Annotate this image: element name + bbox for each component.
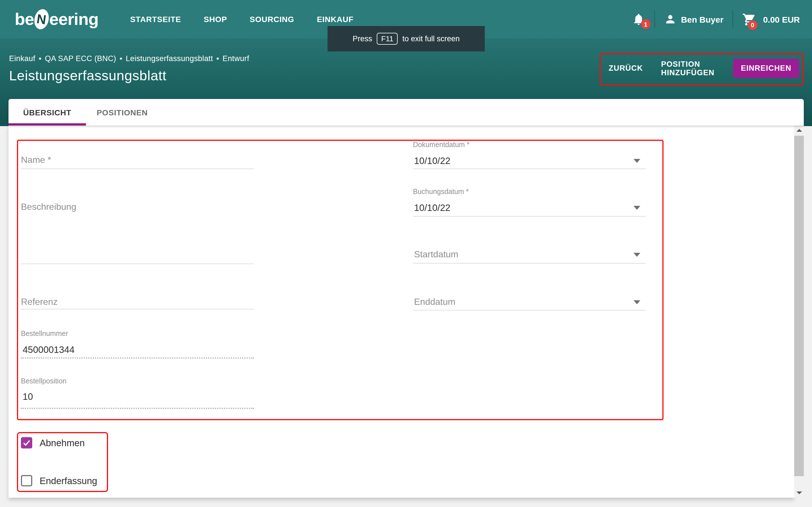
toast-text-prefix: Press xyxy=(353,35,372,43)
description-underline xyxy=(21,264,254,264)
breadcrumb-item[interactable]: QA SAP ECC (BNC) xyxy=(45,54,116,63)
screen: be N eering STARTSEITE SHOP SOURCING EIN… xyxy=(0,0,812,507)
checkbox-enderfassung[interactable]: Enderfassung xyxy=(21,475,97,486)
document-date-value[interactable]: 10/10/22 xyxy=(414,156,450,166)
active-tab-indicator xyxy=(8,123,86,125)
end-date-input[interactable]: Enddatum xyxy=(414,297,455,307)
scroll-up-button[interactable] xyxy=(794,125,804,135)
nav-startseite[interactable]: STARTSEITE xyxy=(119,15,192,24)
header-actions: ZURÜCK POSITION HINZUFÜGEN EINREICHEN xyxy=(600,53,801,83)
checkbox-unchecked-icon[interactable] xyxy=(21,475,32,486)
checkbox-checked-icon[interactable] xyxy=(21,437,32,448)
page-title: Leistungserfassungsblatt xyxy=(9,68,166,84)
order-number-label: Bestellnummer xyxy=(21,330,68,338)
nav-sourcing[interactable]: SOURCING xyxy=(238,15,306,24)
logo[interactable]: be N eering xyxy=(15,9,98,30)
logo-text-be: be xyxy=(15,10,34,29)
tab-positionen[interactable]: POSITIONEN xyxy=(86,99,158,125)
submit-button[interactable]: EINREICHEN xyxy=(733,59,799,78)
header-divider xyxy=(733,11,733,28)
header-right: 1 Ben Buyer 0 0.00 EUR xyxy=(632,11,800,28)
arrow-up-icon xyxy=(796,129,802,132)
breadcrumb-item: Entwurf xyxy=(223,54,249,63)
breadcrumb: Einkauf • QA SAP ECC (BNC) • Leistungser… xyxy=(9,54,249,63)
fullscreen-toast: Press F11 to exit full screen xyxy=(327,26,485,51)
posting-date-label: Buchungsdatum * xyxy=(413,188,469,196)
person-icon xyxy=(664,13,676,25)
end-date-dropdown-icon[interactable] xyxy=(634,300,640,304)
start-date-underline xyxy=(413,263,646,264)
annotation-box-form xyxy=(17,140,663,420)
add-position-button[interactable]: POSITION HINZUFÜGEN xyxy=(652,54,730,82)
checkbox-abnehmen[interactable]: Abnehmen xyxy=(21,437,85,448)
reference-underline xyxy=(21,309,254,309)
breadcrumb-separator: • xyxy=(120,54,122,63)
back-button[interactable]: ZURÜCK xyxy=(600,58,652,78)
start-date-dropdown-icon[interactable] xyxy=(634,253,640,257)
user-menu[interactable]: Ben Buyer xyxy=(664,13,723,25)
reference-input[interactable]: Referenz xyxy=(21,297,58,307)
order-item-value: 10 xyxy=(22,391,33,402)
order-number-value: 4500001344 xyxy=(22,344,75,355)
posting-date-value[interactable]: 10/10/22 xyxy=(414,203,450,213)
logo-text-eering: eering xyxy=(49,10,98,29)
name-underline xyxy=(21,169,254,169)
user-name: Ben Buyer xyxy=(681,14,723,24)
nav-shop[interactable]: SHOP xyxy=(192,15,238,24)
document-date-dropdown-icon[interactable] xyxy=(634,159,640,163)
document-date-underline xyxy=(413,169,646,169)
breadcrumb-item[interactable]: Einkauf xyxy=(9,54,35,63)
notification-badge: 1 xyxy=(641,19,650,29)
order-item-label: Bestellposition xyxy=(21,377,66,385)
header-divider xyxy=(654,11,655,28)
order-number-underline xyxy=(21,357,254,358)
notifications-button[interactable]: 1 xyxy=(632,12,645,26)
breadcrumb-separator: • xyxy=(39,54,42,63)
cart-total: 0.00 EUR xyxy=(763,14,800,24)
posting-date-underline xyxy=(413,216,646,217)
toast-text-suffix: to exit full screen xyxy=(402,35,460,43)
f11-key-badge: F11 xyxy=(377,33,398,45)
vertical-scrollbar[interactable] xyxy=(794,125,804,498)
arrow-down-icon xyxy=(796,492,802,494)
order-item-underline xyxy=(21,408,254,409)
cart-button[interactable]: 0 0.00 EUR xyxy=(742,12,800,26)
scrollbar-thumb[interactable] xyxy=(794,136,804,476)
scroll-down-button[interactable] xyxy=(794,488,804,498)
breadcrumb-separator: • xyxy=(216,54,219,63)
logo-n-ellipse: N xyxy=(33,8,51,31)
nav-einkauf[interactable]: EINKAUF xyxy=(306,15,365,24)
cart-badge: 0 xyxy=(748,20,757,30)
end-date-underline xyxy=(413,310,646,311)
document-date-label: Dokumentdatum * xyxy=(413,141,470,149)
tab-bar: ÜBERSICHT POSITIONEN xyxy=(8,99,804,125)
start-date-input[interactable]: Startdatum xyxy=(414,249,458,260)
posting-date-dropdown-icon[interactable] xyxy=(634,206,640,210)
main-nav: STARTSEITE SHOP SOURCING EINKAUF xyxy=(119,15,365,24)
name-input[interactable]: Name * xyxy=(21,155,51,165)
description-input[interactable]: Beschreibung xyxy=(21,202,76,212)
tab-uebersicht[interactable]: ÜBERSICHT xyxy=(8,99,86,125)
breadcrumb-item[interactable]: Leistungserfassungsblatt xyxy=(126,54,213,63)
